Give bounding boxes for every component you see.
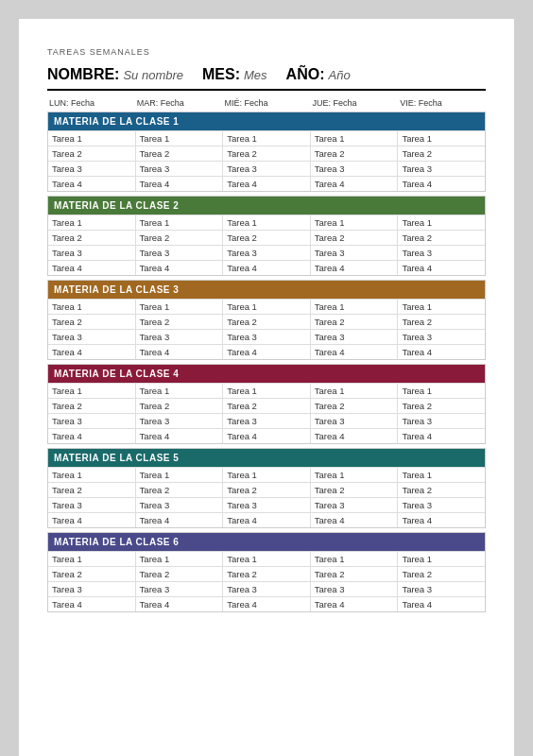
task-cell[interactable]: Tarea 3 [136, 330, 224, 344]
task-cell[interactable]: Tarea 3 [48, 582, 136, 596]
task-cell[interactable]: Tarea 4 [398, 261, 485, 275]
task-cell[interactable]: Tarea 2 [311, 315, 399, 329]
task-cell[interactable]: Tarea 3 [48, 246, 136, 260]
task-cell[interactable]: Tarea 3 [223, 162, 311, 176]
task-cell[interactable]: Tarea 2 [311, 483, 399, 497]
task-cell[interactable]: Tarea 2 [48, 315, 136, 329]
task-cell[interactable]: Tarea 2 [398, 567, 485, 581]
task-cell[interactable]: Tarea 4 [48, 345, 136, 359]
task-cell[interactable]: Tarea 4 [48, 597, 136, 611]
task-cell[interactable]: Tarea 4 [223, 513, 311, 527]
task-cell[interactable]: Tarea 3 [311, 246, 399, 260]
task-cell[interactable]: Tarea 3 [223, 246, 311, 260]
task-cell[interactable]: Tarea 4 [398, 429, 485, 443]
task-cell[interactable]: Tarea 3 [398, 414, 485, 428]
task-cell[interactable]: Tarea 4 [136, 261, 224, 275]
task-cell[interactable]: Tarea 3 [136, 582, 224, 596]
task-cell[interactable]: Tarea 4 [223, 429, 311, 443]
task-cell[interactable]: Tarea 2 [48, 483, 136, 497]
task-cell[interactable]: Tarea 2 [223, 399, 311, 413]
task-cell[interactable]: Tarea 3 [311, 162, 399, 176]
task-cell[interactable]: Tarea 3 [311, 498, 399, 512]
task-cell[interactable]: Tarea 1 [398, 300, 485, 314]
task-cell[interactable]: Tarea 4 [48, 513, 136, 527]
task-cell[interactable]: Tarea 4 [48, 177, 136, 191]
task-cell[interactable]: Tarea 4 [398, 597, 485, 611]
task-cell[interactable]: Tarea 2 [398, 483, 485, 497]
task-cell[interactable]: Tarea 4 [136, 345, 224, 359]
task-cell[interactable]: Tarea 4 [311, 597, 399, 611]
task-cell[interactable]: Tarea 4 [136, 429, 224, 443]
task-cell[interactable]: Tarea 3 [311, 414, 399, 428]
task-cell[interactable]: Tarea 1 [223, 215, 311, 230]
task-cell[interactable]: Tarea 2 [48, 146, 136, 161]
task-cell[interactable]: Tarea 1 [311, 552, 399, 566]
task-cell[interactable]: Tarea 2 [48, 231, 136, 245]
task-cell[interactable]: Tarea 2 [223, 315, 311, 329]
task-cell[interactable]: Tarea 1 [223, 131, 311, 146]
task-cell[interactable]: Tarea 1 [48, 384, 136, 398]
task-cell[interactable]: Tarea 3 [311, 582, 399, 596]
task-cell[interactable]: Tarea 1 [311, 384, 399, 398]
task-cell[interactable]: Tarea 3 [398, 498, 485, 512]
task-cell[interactable]: Tarea 4 [398, 177, 485, 191]
task-cell[interactable]: Tarea 4 [136, 597, 224, 611]
task-cell[interactable]: Tarea 1 [136, 468, 224, 482]
task-cell[interactable]: Tarea 1 [48, 300, 136, 314]
task-cell[interactable]: Tarea 3 [48, 414, 136, 428]
task-cell[interactable]: Tarea 1 [48, 215, 136, 230]
task-cell[interactable]: Tarea 2 [48, 399, 136, 413]
task-cell[interactable]: Tarea 3 [223, 330, 311, 344]
task-cell[interactable]: Tarea 1 [398, 468, 485, 482]
task-cell[interactable]: Tarea 1 [48, 552, 136, 566]
task-cell[interactable]: Tarea 2 [398, 146, 485, 161]
task-cell[interactable]: Tarea 3 [136, 414, 224, 428]
task-cell[interactable]: Tarea 2 [311, 399, 399, 413]
task-cell[interactable]: Tarea 3 [48, 162, 136, 176]
task-cell[interactable]: Tarea 3 [311, 330, 399, 344]
task-cell[interactable]: Tarea 1 [398, 215, 485, 230]
task-cell[interactable]: Tarea 2 [136, 231, 224, 245]
task-cell[interactable]: Tarea 1 [136, 131, 224, 146]
task-cell[interactable]: Tarea 3 [136, 162, 224, 176]
task-cell[interactable]: Tarea 2 [311, 231, 399, 245]
task-cell[interactable]: Tarea 1 [398, 552, 485, 566]
task-cell[interactable]: Tarea 3 [223, 582, 311, 596]
task-cell[interactable]: Tarea 4 [311, 513, 399, 527]
task-cell[interactable]: Tarea 2 [398, 399, 485, 413]
task-cell[interactable]: Tarea 4 [48, 261, 136, 275]
task-cell[interactable]: Tarea 4 [223, 177, 311, 191]
task-cell[interactable]: Tarea 4 [136, 177, 224, 191]
task-cell[interactable]: Tarea 4 [223, 345, 311, 359]
task-cell[interactable]: Tarea 2 [136, 399, 224, 413]
task-cell[interactable]: Tarea 2 [311, 146, 399, 161]
task-cell[interactable]: Tarea 1 [136, 300, 224, 314]
task-cell[interactable]: Tarea 1 [223, 552, 311, 566]
task-cell[interactable]: Tarea 4 [48, 429, 136, 443]
task-cell[interactable]: Tarea 1 [398, 384, 485, 398]
task-cell[interactable]: Tarea 4 [311, 429, 399, 443]
task-cell[interactable]: Tarea 3 [136, 246, 224, 260]
task-cell[interactable]: Tarea 2 [136, 483, 224, 497]
task-cell[interactable]: Tarea 1 [311, 300, 399, 314]
task-cell[interactable]: Tarea 2 [223, 483, 311, 497]
task-cell[interactable]: Tarea 1 [136, 384, 224, 398]
task-cell[interactable]: Tarea 1 [311, 468, 399, 482]
task-cell[interactable]: Tarea 2 [223, 567, 311, 581]
task-cell[interactable]: Tarea 2 [136, 315, 224, 329]
task-cell[interactable]: Tarea 1 [311, 131, 399, 146]
task-cell[interactable]: Tarea 3 [223, 414, 311, 428]
task-cell[interactable]: Tarea 2 [398, 231, 485, 245]
task-cell[interactable]: Tarea 3 [398, 330, 485, 344]
task-cell[interactable]: Tarea 2 [136, 146, 224, 161]
task-cell[interactable]: Tarea 3 [398, 246, 485, 260]
task-cell[interactable]: Tarea 3 [48, 330, 136, 344]
task-cell[interactable]: Tarea 3 [223, 498, 311, 512]
task-cell[interactable]: Tarea 1 [223, 468, 311, 482]
task-cell[interactable]: Tarea 3 [136, 498, 224, 512]
task-cell[interactable]: Tarea 1 [136, 552, 224, 566]
task-cell[interactable]: Tarea 2 [311, 567, 399, 581]
task-cell[interactable]: Tarea 1 [398, 131, 485, 146]
task-cell[interactable]: Tarea 1 [48, 468, 136, 482]
task-cell[interactable]: Tarea 1 [223, 384, 311, 398]
